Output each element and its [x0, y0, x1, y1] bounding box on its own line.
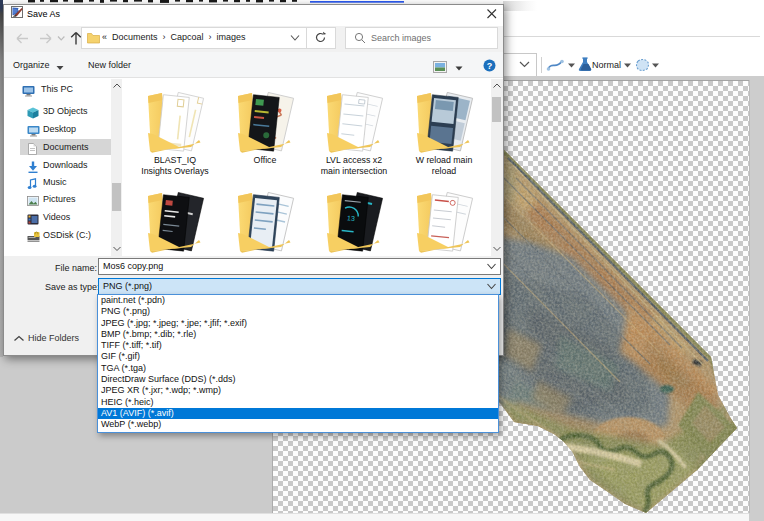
svg-text:13: 13 — [347, 214, 356, 222]
svg-text:?: ? — [487, 61, 493, 71]
